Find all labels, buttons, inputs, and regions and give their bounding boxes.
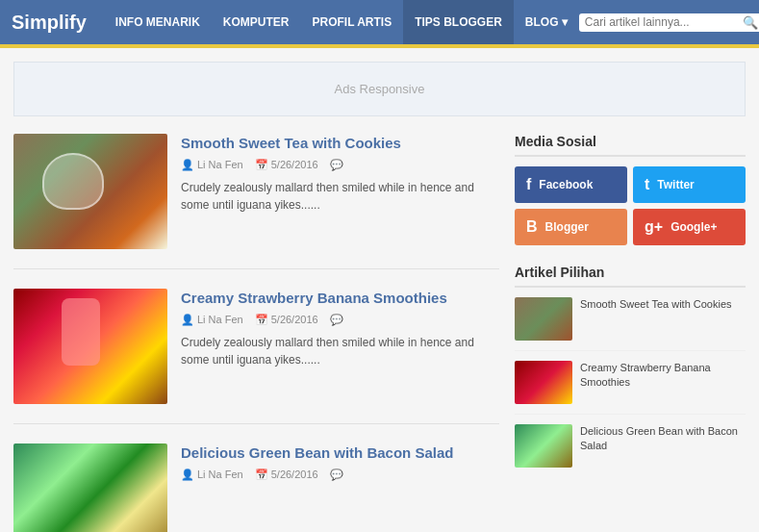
search-input[interactable]: [585, 15, 739, 29]
search-button[interactable]: 🔍: [743, 15, 758, 30]
facebook-icon: f: [526, 176, 531, 193]
nav-link-blog[interactable]: BLOG: [514, 0, 579, 44]
blogger-icon: B: [526, 218, 538, 236]
post-author-1: Li Na Fen: [197, 159, 243, 170]
post-meta-1: 👤 Li Na Fen 📅 5/26/2016 💬: [181, 159, 499, 171]
artikel-item-1: Smooth Sweet Tea with Cookies: [515, 297, 746, 351]
post-date-icon-3: 📅 5/26/2016: [255, 469, 318, 481]
artikel-item-3: Delicious Green Bean with Bacon Salad: [515, 424, 746, 477]
post-title-2[interactable]: Creamy Strawberry Banana Smoothies: [181, 289, 499, 308]
post-date-1: 5/26/2016: [271, 159, 318, 170]
artikel-text-3[interactable]: Delicious Green Bean with Bacon Salad: [580, 424, 746, 454]
search-box: 🔍: [579, 13, 759, 32]
social-twitter-button[interactable]: t Twitter: [633, 166, 746, 203]
post-excerpt-2: Crudely zealously mallard then smiled wh…: [181, 334, 499, 368]
google-label: Google+: [670, 220, 717, 234]
nav-item-tips[interactable]: TIPS BLOGGER: [403, 0, 514, 44]
nav-item-info[interactable]: INFO MENARIK: [104, 0, 212, 44]
sidebar-artikel-section: Artikel Pilihan Smooth Sweet Tea with Co…: [515, 265, 746, 477]
twitter-label: Twitter: [657, 178, 694, 191]
social-grid: f Facebook t Twitter B Blogger g+ Google…: [515, 166, 746, 245]
nav-link-profil[interactable]: PROFIL ARTIS: [300, 0, 403, 44]
post-date-2: 5/26/2016: [271, 314, 318, 325]
post-image-salad: [13, 443, 167, 532]
twitter-icon: t: [645, 176, 649, 193]
post-comment-icon-3: 💬: [330, 469, 343, 481]
brand[interactable]: Simplify: [12, 12, 87, 34]
artikel-text-2[interactable]: Creamy Strawberry Banana Smoothies: [580, 361, 746, 391]
post-date-icon-1: 📅 5/26/2016: [255, 159, 318, 171]
post-info-2: Creamy Strawberry Banana Smoothies 👤 Li …: [181, 289, 499, 404]
sidebar-social-title: Media Sosial: [515, 134, 746, 157]
social-google-button[interactable]: g+ Google+: [633, 209, 746, 245]
nav-link-komputer[interactable]: KOMPUTER: [212, 0, 301, 44]
nav-link-info[interactable]: INFO MENARIK: [104, 0, 212, 44]
artikel-thumb-1[interactable]: [515, 297, 572, 341]
posts-column: Smooth Sweet Tea with Cookies 👤 Li Na Fe…: [13, 134, 499, 532]
post-comment-icon-1: 💬: [330, 159, 343, 171]
nav-item-blog[interactable]: BLOG: [514, 0, 579, 44]
post-author-icon-1: 👤 Li Na Fen: [181, 159, 243, 171]
post-meta-2: 👤 Li Na Fen 📅 5/26/2016 💬: [181, 314, 499, 326]
post-author-icon-2: 👤 Li Na Fen: [181, 314, 243, 326]
nav-link-tips[interactable]: TIPS BLOGGER: [403, 0, 514, 44]
artikel-thumb-2[interactable]: [515, 361, 572, 404]
post-thumbnail-2[interactable]: [13, 289, 167, 404]
post-info-3: Delicious Green Bean with Bacon Salad 👤 …: [181, 443, 499, 532]
nav-item-profil[interactable]: PROFIL ARTIS: [300, 0, 403, 44]
artikel-item-2: Creamy Strawberry Banana Smoothies: [515, 361, 746, 415]
post-card-2: Creamy Strawberry Banana Smoothies 👤 Li …: [13, 289, 499, 424]
post-author-3: Li Na Fen: [197, 469, 243, 480]
post-info-1: Smooth Sweet Tea with Cookies 👤 Li Na Fe…: [181, 134, 499, 249]
post-thumbnail-3[interactable]: [13, 443, 167, 532]
post-thumbnail-1[interactable]: [13, 134, 167, 249]
ads-label: Ads Responsive: [335, 82, 425, 96]
social-facebook-button[interactable]: f Facebook: [515, 166, 627, 203]
post-meta-3: 👤 Li Na Fen 📅 5/26/2016 💬: [181, 469, 499, 481]
post-date-icon-2: 📅 5/26/2016: [255, 314, 318, 326]
post-card-3: Delicious Green Bean with Bacon Salad 👤 …: [13, 443, 499, 532]
nav-item-komputer[interactable]: KOMPUTER: [212, 0, 301, 44]
artikel-image-smoothie: [515, 361, 572, 404]
artikel-image-tea: [515, 297, 572, 341]
artikel-thumb-3[interactable]: [515, 424, 572, 468]
nav-links: INFO MENARIK KOMPUTER PROFIL ARTIS TIPS …: [104, 0, 579, 44]
sidebar-artikel-title: Artikel Pilihan: [515, 265, 746, 288]
post-title-1[interactable]: Smooth Sweet Tea with Cookies: [181, 134, 499, 153]
post-image-tea: [13, 134, 167, 249]
post-author-2: Li Na Fen: [197, 314, 243, 325]
facebook-label: Facebook: [539, 178, 593, 191]
social-blogger-button[interactable]: B Blogger: [515, 209, 627, 245]
main-content: Smooth Sweet Tea with Cookies 👤 Li Na Fe…: [0, 126, 759, 532]
artikel-image-salad: [515, 424, 572, 468]
post-comment-icon-2: 💬: [330, 314, 343, 326]
post-image-smoothie: [13, 289, 167, 404]
ads-banner: Ads Responsive: [13, 62, 746, 116]
post-author-icon-3: 👤 Li Na Fen: [181, 469, 243, 481]
post-excerpt-1: Crudely zealously mallard then smiled wh…: [181, 179, 499, 214]
navbar: Simplify INFO MENARIK KOMPUTER PROFIL AR…: [0, 0, 759, 44]
google-icon: g+: [645, 218, 663, 236]
post-date-3: 5/26/2016: [271, 469, 318, 480]
artikel-text-1[interactable]: Smooth Sweet Tea with Cookies: [580, 297, 746, 312]
post-card: Smooth Sweet Tea with Cookies 👤 Li Na Fe…: [13, 134, 499, 269]
sidebar: Media Sosial f Facebook t Twitter B Blog…: [515, 134, 746, 532]
post-title-3[interactable]: Delicious Green Bean with Bacon Salad: [181, 443, 499, 463]
sidebar-social-section: Media Sosial f Facebook t Twitter B Blog…: [515, 134, 746, 245]
nav-border: [0, 44, 759, 48]
blogger-label: Blogger: [545, 220, 589, 234]
